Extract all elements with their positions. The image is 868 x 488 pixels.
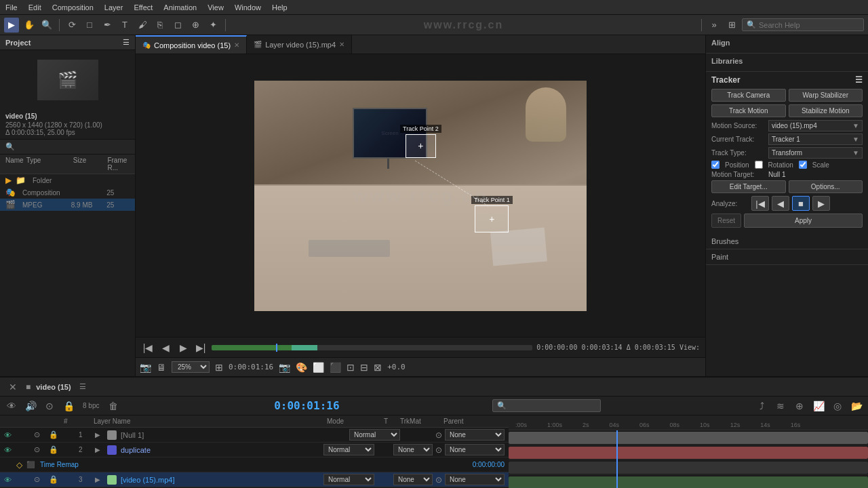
tab-comp-close[interactable]: ✕ <box>234 41 239 49</box>
timeline-search-input[interactable] <box>509 402 596 410</box>
timeline-menu-icon[interactable]: ☰ <box>79 382 86 391</box>
btn-rulers[interactable]: ⊠ <box>374 362 382 373</box>
layer-parent-4[interactable]: None <box>445 474 505 485</box>
btn-wireframe[interactable]: ⊡ <box>347 362 355 373</box>
tool-roto[interactable]: ⊕ <box>188 18 203 33</box>
layer-lock-4[interactable]: 🔒 <box>49 475 61 484</box>
tl-close-btn[interactable]: ✕ <box>5 380 20 394</box>
layer-row-video[interactable]: 👁 ⊙ 🔒 3 ▶ [video (15).mp4] Normal None ⊙ <box>0 472 509 487</box>
menu-help[interactable]: Help <box>272 3 288 12</box>
menu-file[interactable]: File <box>5 3 18 12</box>
layer-expand-4[interactable]: ▶ <box>95 476 104 483</box>
menu-effect[interactable]: Effect <box>134 3 153 12</box>
tool-clone[interactable]: ⎘ <box>153 18 167 33</box>
menu-edit[interactable]: Edit <box>28 3 41 12</box>
layer-trkmat-2[interactable]: None <box>393 444 433 455</box>
tool-hand[interactable]: ✋ <box>22 18 37 33</box>
stabilize-motion-btn[interactable]: Stabilize Motion <box>789 104 863 117</box>
options-btn[interactable]: Options... <box>789 180 863 193</box>
layer-vis-2[interactable]: 👁 <box>4 446 16 454</box>
btn-fit[interactable]: ⊞ <box>215 362 223 373</box>
project-search-input[interactable] <box>18 143 130 151</box>
zoom-select[interactable]: 25% 50% 100% <box>172 361 210 373</box>
edit-target-btn[interactable]: Edit Target... <box>711 180 786 193</box>
reset-btn[interactable]: Reset <box>711 214 741 228</box>
btn-camera[interactable]: 📷 <box>279 362 290 373</box>
tl-track-1[interactable] <box>509 430 868 445</box>
layer-solo-2[interactable]: ⊙ <box>34 445 46 454</box>
brushes-section[interactable]: Brushes <box>706 234 868 249</box>
layer-mode-4[interactable]: Normal <box>323 474 374 485</box>
file-item-video[interactable]: 🎬 video (15).mp4 MPEG 8.9 MB 25 <box>0 199 135 211</box>
tool-puppet[interactable]: ✦ <box>205 18 220 33</box>
search-input[interactable] <box>759 21 859 29</box>
timeline-playhead[interactable] <box>276 344 277 352</box>
tool-rect[interactable]: □ <box>82 18 97 33</box>
layer-vis-4[interactable]: 👁 <box>4 476 16 484</box>
tool-eraser[interactable]: ◻ <box>170 18 185 33</box>
menu-view[interactable]: View <box>208 3 224 12</box>
layer-mode-2[interactable]: Normal <box>323 444 374 455</box>
motion-source-value[interactable]: video (15).mp4 ▼ <box>768 120 863 131</box>
btn-color-correct[interactable]: 🎨 <box>296 362 307 373</box>
layer-solo-4[interactable]: ⊙ <box>34 475 46 484</box>
tl-visibility-btn[interactable]: 👁 <box>4 399 19 413</box>
tool-rotate[interactable]: ⟳ <box>64 18 79 33</box>
scale-checkbox[interactable] <box>799 161 807 169</box>
tl-trash-btn[interactable]: 🗑 <box>106 399 121 413</box>
warp-stabilizer-btn[interactable]: Warp Stabilizer <box>789 89 863 102</box>
apply-btn[interactable]: Apply <box>744 214 863 228</box>
tl-track-2[interactable] <box>509 445 868 460</box>
tab-layer-close[interactable]: ✕ <box>339 41 344 48</box>
tracker-menu-icon[interactable]: ☰ <box>855 75 863 85</box>
track-type-value[interactable]: Transform ▼ <box>768 147 863 159</box>
track-motion-btn[interactable]: Track Motion <box>711 104 786 117</box>
btn-go-start[interactable]: |◀ <box>141 341 155 354</box>
analyze-prev-btn[interactable]: ◀ <box>772 196 789 211</box>
analyze-first-btn[interactable]: |◀ <box>751 196 769 211</box>
libraries-title[interactable]: Libraries <box>711 57 863 65</box>
layer-solo-1[interactable]: ⊙ <box>34 430 46 439</box>
layer-row-timeremap[interactable]: ◇ ⬛ Time Remap 0:00:00:00 <box>0 458 509 472</box>
analyze-next-btn[interactable]: ▶ <box>812 196 830 211</box>
btn-next-frame[interactable]: ▶| <box>194 341 208 354</box>
tl-folder-btn[interactable]: 📂 <box>849 399 864 413</box>
btn-render[interactable]: ⬜ <box>313 362 324 373</box>
menu-window[interactable]: Window <box>235 3 261 12</box>
position-checkbox[interactable] <box>711 161 719 169</box>
btn-snapshot[interactable]: 📷 <box>140 362 151 373</box>
timeline-scrubber[interactable] <box>212 345 532 350</box>
btn-play[interactable]: ▶ <box>176 341 190 354</box>
file-item-solids[interactable]: ▶ 📁 Solids Folder <box>0 174 135 186</box>
tool-brush[interactable]: 🖌 <box>135 18 150 33</box>
tool-pen[interactable]: ✒ <box>100 18 115 33</box>
tool-text[interactable]: T <box>117 18 132 33</box>
btn-prev-frame[interactable]: ◀ <box>159 341 172 354</box>
tl-track-4[interactable] <box>509 475 868 488</box>
layer-lock-2[interactable]: 🔒 <box>49 445 61 454</box>
tab-composition[interactable]: 🎭 Composition video (15) ✕ <box>136 35 247 54</box>
tl-solo2-btn[interactable]: ◎ <box>830 399 845 413</box>
tl-graph-btn[interactable]: 📈 <box>811 399 826 413</box>
tool-select[interactable]: ▶ <box>4 18 19 33</box>
track-camera-btn[interactable]: Track Camera <box>711 89 786 102</box>
timeline-right[interactable]: :00s 1:00s 2s 04s 06s 08s 10s 12s 14s 16… <box>509 415 868 488</box>
tl-audio-btn[interactable]: 🔊 <box>23 399 38 413</box>
paint-section[interactable]: Paint <box>706 249 868 265</box>
menu-layer[interactable]: Layer <box>104 3 123 12</box>
tl-motion-btn[interactable]: ≋ <box>773 399 788 413</box>
btn-3d[interactable]: ⬛ <box>330 362 341 373</box>
current-track-value[interactable]: Tracker 1 ▼ <box>768 134 863 145</box>
tool-zoom[interactable]: 🔍 <box>39 18 54 33</box>
layer-mode-1[interactable]: Normal <box>349 429 400 441</box>
layer-parent-2[interactable]: None <box>445 444 505 455</box>
track-point-2-box[interactable]: + <box>406 134 436 158</box>
tl-blend-btn[interactable]: ⊕ <box>792 399 807 413</box>
menu-animation[interactable]: Animation <box>163 3 197 12</box>
tab-layer[interactable]: 🎬 Layer video (15).mp4 ✕ <box>247 35 352 54</box>
tl-lock-btn[interactable]: 🔒 <box>61 399 76 413</box>
layer-expand-2[interactable]: ▶ <box>95 446 104 453</box>
analyze-stop-btn[interactable]: ■ <box>792 196 810 211</box>
tl-solo-btn[interactable]: ⊙ <box>42 399 57 413</box>
menu-composition[interactable]: Composition <box>52 3 94 12</box>
